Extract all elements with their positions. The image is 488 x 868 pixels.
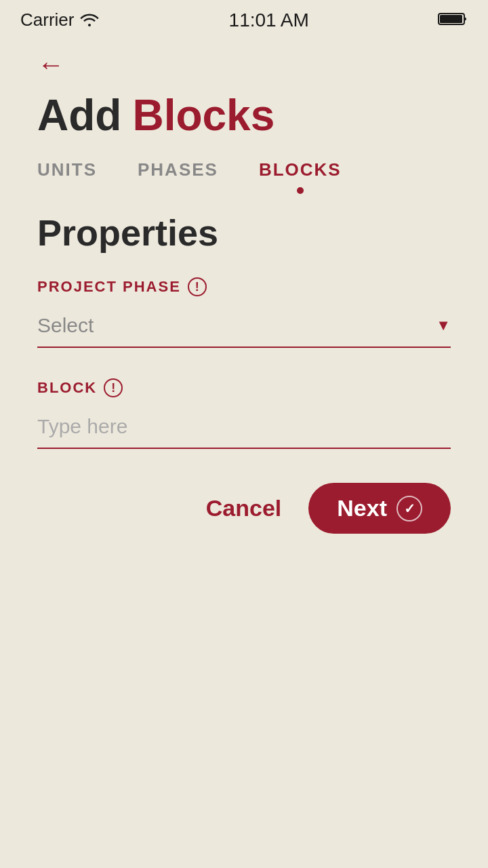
- project-phase-select-value[interactable]: Select: [37, 307, 436, 344]
- wifi-icon: [79, 12, 100, 29]
- page-title: Add Blocks: [37, 92, 451, 139]
- block-label-row: BLOCK !: [37, 378, 451, 397]
- action-buttons: Cancel Next ✓: [37, 483, 451, 534]
- project-phase-underline: [37, 347, 451, 348]
- block-input[interactable]: [37, 408, 451, 445]
- project-phase-select-wrapper[interactable]: Select ▼: [37, 307, 451, 344]
- svg-rect-1: [440, 15, 462, 23]
- back-arrow-icon: ←: [37, 50, 63, 79]
- block-field: BLOCK !: [37, 378, 451, 449]
- next-button[interactable]: Next ✓: [308, 483, 451, 534]
- block-input-wrapper[interactable]: [37, 408, 451, 445]
- title-blocks: Blocks: [132, 92, 274, 139]
- project-phase-label-row: PROJECT PHASE !: [37, 277, 451, 296]
- tab-units[interactable]: UNITS: [37, 159, 97, 184]
- project-phase-field: PROJECT PHASE ! Select ▼: [37, 277, 451, 348]
- tabs-container: UNITS PHASES BLOCKS: [37, 159, 451, 184]
- tab-blocks[interactable]: BLOCKS: [259, 159, 342, 184]
- project-phase-label: PROJECT PHASE: [37, 278, 181, 296]
- dropdown-arrow-icon[interactable]: ▼: [436, 317, 451, 334]
- block-label: BLOCK: [37, 379, 97, 397]
- next-button-label: Next: [337, 495, 387, 521]
- next-check-icon: ✓: [396, 496, 422, 521]
- tab-phases[interactable]: PHASES: [138, 159, 218, 184]
- back-button[interactable]: ←: [37, 51, 488, 78]
- project-phase-info-icon[interactable]: !: [188, 277, 207, 296]
- status-time: 11:01 AM: [229, 9, 309, 31]
- tab-active-dot: [297, 187, 304, 194]
- section-title: Properties: [37, 212, 451, 254]
- carrier-label: Carrier: [20, 9, 74, 31]
- title-add: Add: [37, 92, 121, 139]
- status-bar: Carrier 11:01 AM: [0, 0, 488, 37]
- battery-icon: [438, 12, 468, 29]
- cancel-button[interactable]: Cancel: [206, 495, 282, 521]
- status-bar-left: Carrier: [20, 9, 100, 31]
- block-info-icon[interactable]: !: [104, 378, 123, 397]
- block-underline: [37, 448, 451, 449]
